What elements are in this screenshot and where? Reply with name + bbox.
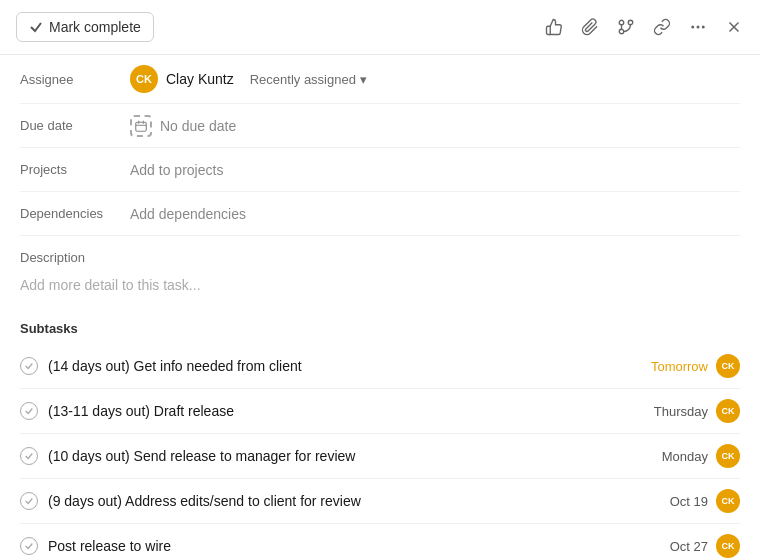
header-actions	[544, 17, 744, 37]
subtask-check-icon	[24, 361, 34, 371]
chevron-down-icon: ▾	[360, 72, 367, 87]
subtask-due-0: Tomorrow	[651, 359, 708, 374]
svg-point-1	[619, 20, 624, 25]
subtask-complete-circle-1[interactable]	[20, 402, 38, 420]
subtask-right-0: Tomorrow CK	[651, 354, 740, 378]
subtask-check-icon	[24, 451, 34, 461]
subtask-complete-circle-2[interactable]	[20, 447, 38, 465]
subtask-left-0: (14 days out) Get info needed from clien…	[20, 357, 651, 375]
paperclip-icon[interactable]	[580, 17, 600, 37]
calendar-icon	[130, 115, 152, 137]
subtask-left-4: Post release to wire	[20, 537, 670, 555]
thumbs-up-icon[interactable]	[544, 17, 564, 37]
subtask-due-3: Oct 19	[670, 494, 708, 509]
subtask-row: Post release to wire Oct 27 CK	[20, 524, 740, 559]
branch-icon[interactable]	[616, 17, 636, 37]
dependencies-row: Dependencies Add dependencies	[20, 192, 740, 236]
subtask-text-1: (13-11 days out) Draft release	[48, 403, 234, 419]
subtask-right-2: Monday CK	[662, 444, 740, 468]
description-label: Description	[20, 250, 740, 265]
svg-point-5	[702, 26, 705, 29]
check-icon	[29, 20, 43, 34]
add-to-projects-button[interactable]: Add to projects	[130, 162, 223, 178]
due-date-label: Due date	[20, 118, 130, 133]
no-due-date-text: No due date	[160, 118, 236, 134]
subtask-text-0: (14 days out) Get info needed from clien…	[48, 358, 302, 374]
subtask-right-4: Oct 27 CK	[670, 534, 740, 558]
subtask-check-icon	[24, 541, 34, 551]
subtask-row: (14 days out) Get info needed from clien…	[20, 344, 740, 389]
subtask-due-4: Oct 27	[670, 539, 708, 554]
svg-point-4	[697, 26, 700, 29]
subtask-row: (10 days out) Send release to manager fo…	[20, 434, 740, 479]
projects-row: Projects Add to projects	[20, 148, 740, 192]
subtask-left-1: (13-11 days out) Draft release	[20, 402, 654, 420]
subtask-check-icon	[24, 496, 34, 506]
subtask-row: (9 days out) Address edits/send to clien…	[20, 479, 740, 524]
add-dependencies-button[interactable]: Add dependencies	[130, 206, 246, 222]
assignee-name: Clay Kuntz	[166, 71, 234, 87]
subtask-left-2: (10 days out) Send release to manager fo…	[20, 447, 662, 465]
mark-complete-button[interactable]: Mark complete	[16, 12, 154, 42]
subtask-complete-circle-4[interactable]	[20, 537, 38, 555]
task-content: Assignee CK Clay Kuntz Recently assigned…	[0, 55, 760, 559]
assignee-label: Assignee	[20, 72, 130, 87]
subtask-due-2: Monday	[662, 449, 708, 464]
subtask-text-2: (10 days out) Send release to manager fo…	[48, 448, 355, 464]
link-icon[interactable]	[652, 17, 672, 37]
svg-point-2	[628, 20, 633, 25]
subtask-complete-circle-3[interactable]	[20, 492, 38, 510]
subtasks-section: Subtasks (14 days out) Get info needed f…	[20, 305, 740, 559]
description-placeholder[interactable]: Add more detail to this task...	[20, 273, 740, 297]
subtask-row: (13-11 days out) Draft release Thursday …	[20, 389, 740, 434]
recently-assigned-button[interactable]: Recently assigned ▾	[250, 72, 367, 87]
subtask-avatar-4[interactable]: CK	[716, 534, 740, 558]
subtask-right-3: Oct 19 CK	[670, 489, 740, 513]
avatar[interactable]: CK	[130, 65, 158, 93]
subtask-complete-circle-0[interactable]	[20, 357, 38, 375]
assignee-row: Assignee CK Clay Kuntz Recently assigned…	[20, 55, 740, 104]
svg-rect-8	[136, 122, 147, 131]
dependencies-label: Dependencies	[20, 206, 130, 221]
svg-point-3	[691, 26, 694, 29]
more-icon[interactable]	[688, 17, 708, 37]
subtasks-label: Subtasks	[20, 321, 740, 336]
svg-point-0	[619, 29, 624, 34]
dependencies-value: Add dependencies	[130, 206, 246, 222]
subtask-text-3: (9 days out) Address edits/send to clien…	[48, 493, 361, 509]
projects-value: Add to projects	[130, 162, 223, 178]
due-date-row: Due date No due date	[20, 104, 740, 148]
assignee-value: CK Clay Kuntz Recently assigned ▾	[130, 65, 367, 93]
subtask-left-3: (9 days out) Address edits/send to clien…	[20, 492, 670, 510]
due-date-value[interactable]: No due date	[130, 115, 236, 137]
subtasks-list: (14 days out) Get info needed from clien…	[20, 344, 740, 559]
subtask-avatar-0[interactable]: CK	[716, 354, 740, 378]
subtask-check-icon	[24, 406, 34, 416]
subtask-text-4: Post release to wire	[48, 538, 171, 554]
subtask-due-1: Thursday	[654, 404, 708, 419]
task-header: Mark complete	[0, 0, 760, 55]
recently-assigned-label: Recently assigned	[250, 72, 356, 87]
subtask-avatar-2[interactable]: CK	[716, 444, 740, 468]
mark-complete-label: Mark complete	[49, 19, 141, 35]
subtask-right-1: Thursday CK	[654, 399, 740, 423]
projects-label: Projects	[20, 162, 130, 177]
close-icon[interactable]	[724, 17, 744, 37]
subtask-avatar-1[interactable]: CK	[716, 399, 740, 423]
description-section: Description Add more detail to this task…	[20, 236, 740, 305]
subtask-avatar-3[interactable]: CK	[716, 489, 740, 513]
